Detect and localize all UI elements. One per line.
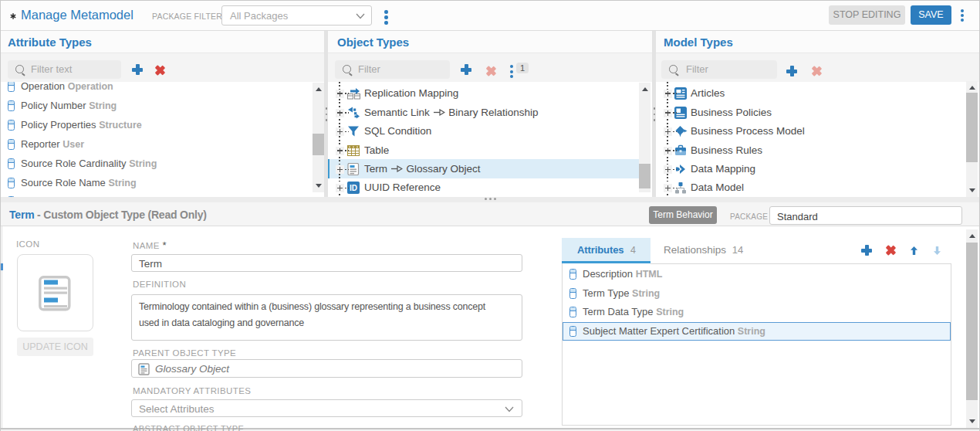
svg-text:ID: ID — [350, 184, 357, 192]
